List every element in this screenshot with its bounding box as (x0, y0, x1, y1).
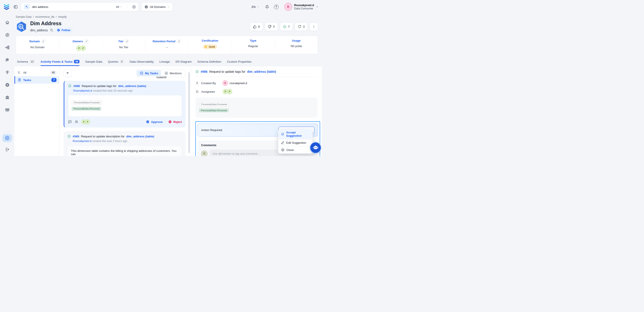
user-menu[interactable]: R Rounakpreet.d Data Consumer (284, 3, 318, 11)
open-issues-button[interactable]: 7 (280, 23, 293, 31)
owners-label: Owners (72, 40, 83, 43)
task-id-link[interactable]: #566 (73, 84, 80, 88)
ideas-lightbulb-icon[interactable] (2, 68, 12, 77)
tab-badge: 12 (30, 60, 35, 63)
commenter-avatar: R (201, 150, 208, 156)
search-input[interactable]: dim address (32, 5, 113, 9)
edit-domain-icon[interactable] (41, 39, 46, 43)
search-clear-icon[interactable] (132, 5, 136, 9)
glossary-book-icon[interactable] (2, 105, 12, 114)
mentions-toggle[interactable]: Mentions (162, 70, 185, 76)
tab-er-diagram[interactable]: ER Diagram (176, 60, 192, 66)
detail-assignee-avatars[interactable]: P P (223, 89, 231, 94)
task-status-icon (68, 84, 72, 88)
tab-queries[interactable]: Queries0 (108, 60, 124, 66)
task-target-link[interactable]: dim_address (table) (118, 84, 146, 88)
help-icon[interactable]: ? (274, 5, 278, 9)
created-by-user[interactable]: R rounakpreet.d (222, 80, 247, 86)
detail-task-id[interactable]: #566 (201, 70, 208, 73)
chevron-down-icon (120, 6, 122, 8)
reject-button[interactable]: Reject (168, 120, 182, 124)
global-search-bar[interactable]: dim address All (21, 3, 139, 11)
my-tasks-toggle[interactable]: My Tasks (137, 70, 161, 76)
detail-action-text: Request to update tags for (209, 70, 245, 73)
sidebar-divider (3, 132, 12, 132)
ai-sparkle-icon[interactable] (24, 4, 30, 10)
feed-scrollbar[interactable] (188, 72, 190, 153)
settings-gear-icon[interactable] (2, 134, 12, 142)
sidebar-collapse-icon[interactable] (13, 4, 18, 10)
tab-data-observability[interactable]: Data Observability (130, 60, 154, 66)
nav-item-all[interactable]: All 48 (14, 69, 59, 76)
discover-compass-icon[interactable] (2, 31, 12, 39)
edit-tier-icon[interactable] (125, 39, 129, 43)
menu-item-edit-suggestion[interactable]: Edit Suggestion (278, 139, 312, 146)
tab-schema-definition[interactable]: Schema Definition (198, 60, 222, 66)
approve-button[interactable]: Approve (146, 120, 162, 124)
task-author-link[interactable]: Rounakpreet.d (73, 89, 92, 92)
refresh-button[interactable]: 3 (295, 23, 308, 31)
breadcrumb-schema[interactable]: shopify (58, 15, 67, 19)
all-domains-dropdown[interactable]: All Domains (141, 3, 173, 11)
products-sitemap-icon[interactable] (2, 43, 12, 52)
upvote-button[interactable]: 8 (250, 23, 263, 31)
menu-item-accept-suggestion[interactable]: Accept Suggestion (278, 129, 312, 139)
main-content: Sample Data / ecommerce_db / shopify (14, 14, 322, 156)
assistant-chat-button[interactable] (310, 142, 321, 153)
tab-schema[interactable]: Schema12 (17, 60, 35, 66)
breadcrumb-database[interactable]: ecommerce_db (36, 15, 54, 19)
tab-lineage[interactable]: Lineage (159, 60, 170, 66)
certification-badge: Gold (203, 45, 217, 49)
language-dropdown[interactable]: EN (252, 5, 259, 9)
assignee-avatar: P (227, 89, 232, 94)
usage-label: Usage (292, 39, 300, 42)
upvote-count: 8 (258, 25, 260, 28)
meta-type: Type Regular (232, 39, 275, 51)
follow-button[interactable]: Follow (55, 28, 73, 33)
task-card-565[interactable]: #565 Request to update description for d… (64, 131, 186, 156)
tab-badge: 58 (74, 60, 80, 63)
breadcrumb: Sample Data / ecommerce_db / shopify (14, 14, 322, 19)
breadcrumb-connection[interactable]: Sample Data (16, 15, 32, 19)
clipboard-icon (18, 78, 21, 82)
copy-icon[interactable] (50, 29, 53, 32)
certification-label: Certification (202, 39, 218, 42)
my-tasks-icon (140, 71, 143, 75)
created-by-label: Created By (201, 82, 220, 85)
owner-avatars[interactable]: P P (76, 46, 85, 51)
task-id-link[interactable]: #565 (73, 135, 79, 138)
people-icon (196, 90, 199, 94)
nav-tasks-count: 7 (52, 78, 56, 82)
filter-button[interactable] (64, 69, 72, 77)
tab-sample-data[interactable]: Sample Data (85, 60, 102, 66)
downvote-button[interactable]: 0 (265, 23, 278, 31)
x-circle-icon (281, 148, 284, 152)
tab-activity-feeds-tasks[interactable]: Activity Feeds & Tasks58 (40, 60, 80, 66)
nav-all-label: All (23, 71, 26, 74)
more-actions-button[interactable] (310, 23, 318, 31)
notifications-bell-icon[interactable] (265, 5, 269, 9)
domains-globe-icon[interactable] (2, 80, 12, 89)
tab-custom-properties[interactable]: Custom Properties (227, 60, 252, 66)
approve-check-icon (146, 120, 150, 124)
task-author-link[interactable]: Rounakpreet.d (73, 139, 91, 143)
governance-bank-icon[interactable] (2, 93, 12, 102)
detail-target-link[interactable]: dim_address (table) (247, 70, 276, 73)
comment-icon[interactable] (68, 120, 72, 124)
task-target-link[interactable]: dim_address (table) (126, 135, 154, 138)
menu-item-close[interactable]: Close (278, 146, 312, 153)
insights-search-icon[interactable] (2, 55, 12, 64)
owner-avatar: P (80, 46, 86, 51)
kebab-menu-icon (312, 25, 316, 29)
assignees-icon[interactable] (74, 120, 78, 124)
nav-item-tasks[interactable]: Tasks 7 (14, 76, 59, 84)
edit-retention-icon[interactable] (177, 39, 181, 43)
search-scope-dropdown[interactable]: All (116, 5, 122, 9)
home-icon[interactable] (2, 18, 12, 27)
task-feed: My Tasks Mentions custom3 (59, 66, 190, 156)
logout-icon[interactable] (2, 145, 12, 154)
edit-owners-icon[interactable] (84, 39, 88, 43)
atlan-logo-icon[interactable] (3, 3, 10, 10)
task-card-566[interactable]: #566 Request to update tags for dim_addr… (64, 81, 186, 127)
certification-value: Gold (209, 45, 215, 48)
